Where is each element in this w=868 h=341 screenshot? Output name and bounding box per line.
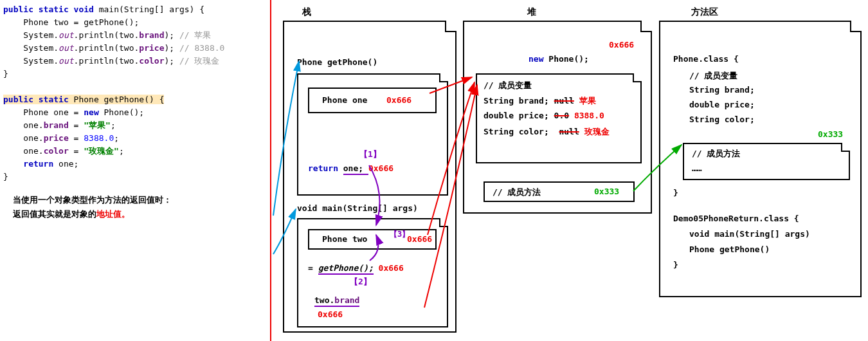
stack-label: 栈 xyxy=(302,6,311,18)
heap-box: new Phone(); 0x666 // 成员变量 String brand;… xyxy=(463,21,652,214)
heap-method-ref: // 成员方法 0x333 xyxy=(484,181,635,202)
method-area-box: Phone.class { // 成员变量 String brand; doub… xyxy=(659,21,862,297)
heap-object: // 成员变量 String brand; null 苹果 double pri… xyxy=(476,73,642,163)
stack-box: Phone getPhone() Phone one 0x666 【1】 ret… xyxy=(283,21,457,333)
phone-two-var: Phone two 【3】 0x666 xyxy=(308,229,437,250)
getphone-frame-label: Phone getPhone() xyxy=(297,57,377,67)
divider-line xyxy=(270,0,271,341)
code-block: public static void main(String[] args) {… xyxy=(3,3,267,183)
explanation-note: 当使用一个对象类型作为方法的返回值时： 返回值其实就是对象的地址值。 xyxy=(13,193,172,221)
main-frame-label: void main(String[] args) xyxy=(297,203,418,213)
main-frame: Phone two 【3】 0x666 = getPhone(); 0x666 … xyxy=(297,218,448,327)
getphone-frame: Phone one 0x666 【1】 return one; 0x666 xyxy=(297,73,448,196)
heap-label: 堆 xyxy=(527,6,536,18)
method-block: // 成员方法 …… xyxy=(683,143,850,180)
phone-one-var: Phone one 0x666 xyxy=(308,88,437,113)
method-area-label: 方法区 xyxy=(691,6,718,18)
